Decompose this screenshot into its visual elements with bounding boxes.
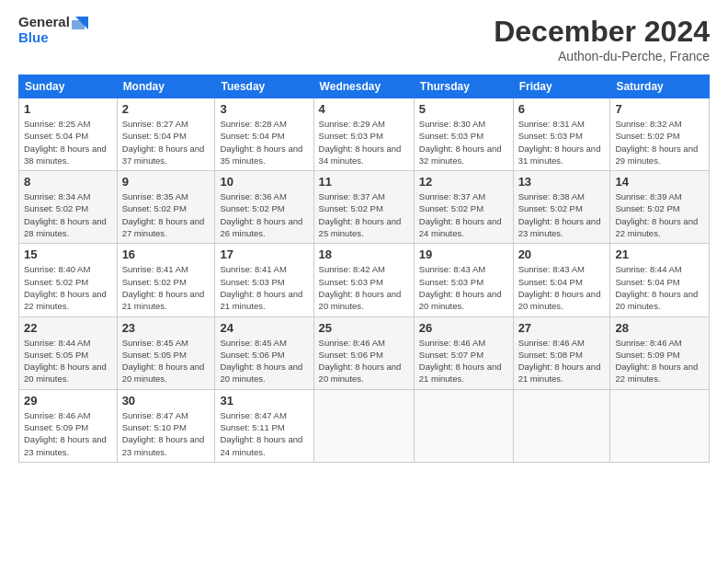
day-number: 26 — [419, 321, 508, 335]
day-info: Sunrise: 8:34 AM Sunset: 5:02 PM Dayligh… — [24, 190, 112, 239]
col-header-monday: Monday — [117, 75, 215, 98]
day-info: Sunrise: 8:39 AM Sunset: 5:02 PM Dayligh… — [615, 190, 704, 239]
day-info: Sunrise: 8:45 AM Sunset: 5:05 PM Dayligh… — [122, 337, 210, 385]
calendar-table: SundayMondayTuesdayWednesdayThursdayFrid… — [18, 75, 710, 463]
day-info: Sunrise: 8:46 AM Sunset: 5:09 PM Dayligh… — [24, 409, 112, 458]
svg-marker-1 — [72, 20, 85, 29]
day-info: Sunrise: 8:30 AM Sunset: 5:03 PM Dayligh… — [419, 118, 508, 167]
page: General Blue December 2024 Authon-du-Per… — [0, 0, 728, 477]
day-cell: 2 Sunrise: 8:27 AM Sunset: 5:04 PM Dayli… — [117, 98, 215, 171]
location: Authon-du-Perche, France — [494, 49, 710, 63]
week-row-5: 29 Sunrise: 8:46 AM Sunset: 5:09 PM Dayl… — [19, 389, 710, 462]
day-info: Sunrise: 8:42 AM Sunset: 5:03 PM Dayligh… — [319, 263, 409, 312]
day-number: 10 — [220, 175, 308, 189]
day-cell: 1 Sunrise: 8:25 AM Sunset: 5:04 PM Dayli… — [19, 98, 118, 171]
day-info: Sunrise: 8:37 AM Sunset: 5:02 PM Dayligh… — [419, 190, 508, 239]
day-info: Sunrise: 8:47 AM Sunset: 5:10 PM Dayligh… — [122, 409, 210, 458]
day-info: Sunrise: 8:35 AM Sunset: 5:02 PM Dayligh… — [122, 190, 210, 239]
calendar-header-row: SundayMondayTuesdayWednesdayThursdayFrid… — [19, 75, 710, 98]
col-header-wednesday: Wednesday — [313, 75, 414, 98]
day-cell: 5 Sunrise: 8:30 AM Sunset: 5:03 PM Dayli… — [414, 98, 513, 171]
day-number: 18 — [319, 247, 409, 261]
day-info: Sunrise: 8:28 AM Sunset: 5:04 PM Dayligh… — [220, 118, 308, 167]
day-number: 30 — [122, 394, 210, 408]
calendar-body: 1 Sunrise: 8:25 AM Sunset: 5:04 PM Dayli… — [19, 98, 710, 463]
day-number: 11 — [319, 175, 409, 189]
day-number: 16 — [122, 247, 210, 261]
title-block: December 2024 Authon-du-Perche, France — [494, 15, 710, 63]
day-number: 23 — [122, 321, 210, 335]
day-number: 28 — [615, 321, 704, 335]
day-cell: 28 Sunrise: 8:46 AM Sunset: 5:09 PM Dayl… — [610, 316, 710, 389]
day-info: Sunrise: 8:46 AM Sunset: 5:06 PM Dayligh… — [319, 337, 409, 385]
day-info: Sunrise: 8:40 AM Sunset: 5:02 PM Dayligh… — [24, 263, 112, 312]
day-number: 29 — [24, 394, 112, 408]
day-number: 9 — [122, 175, 210, 189]
day-cell: 10 Sunrise: 8:36 AM Sunset: 5:02 PM Dayl… — [215, 171, 313, 244]
day-cell: 26 Sunrise: 8:46 AM Sunset: 5:07 PM Dayl… — [414, 316, 513, 389]
day-info: Sunrise: 8:32 AM Sunset: 5:02 PM Dayligh… — [615, 118, 704, 167]
col-header-tuesday: Tuesday — [215, 75, 313, 98]
col-header-sunday: Sunday — [19, 75, 118, 98]
day-cell: 11 Sunrise: 8:37 AM Sunset: 5:02 PM Dayl… — [313, 171, 414, 244]
day-cell — [414, 389, 513, 462]
day-number: 20 — [518, 247, 606, 261]
day-number: 4 — [319, 102, 409, 116]
day-number: 22 — [24, 321, 112, 335]
day-info: Sunrise: 8:44 AM Sunset: 5:04 PM Dayligh… — [615, 263, 704, 312]
day-cell: 21 Sunrise: 8:44 AM Sunset: 5:04 PM Dayl… — [610, 244, 710, 316]
day-info: Sunrise: 8:46 AM Sunset: 5:08 PM Dayligh… — [518, 337, 606, 385]
day-number: 21 — [615, 247, 704, 261]
day-number: 19 — [419, 247, 508, 261]
logo: General Blue — [18, 15, 88, 45]
day-number: 6 — [518, 102, 606, 116]
day-info: Sunrise: 8:31 AM Sunset: 5:03 PM Dayligh… — [518, 118, 606, 167]
day-cell: 22 Sunrise: 8:44 AM Sunset: 5:05 PM Dayl… — [19, 316, 118, 389]
day-cell: 24 Sunrise: 8:45 AM Sunset: 5:06 PM Dayl… — [215, 316, 313, 389]
day-cell: 12 Sunrise: 8:37 AM Sunset: 5:02 PM Dayl… — [414, 171, 513, 244]
day-info: Sunrise: 8:47 AM Sunset: 5:11 PM Dayligh… — [220, 409, 308, 458]
day-cell: 9 Sunrise: 8:35 AM Sunset: 5:02 PM Dayli… — [117, 171, 215, 244]
day-number: 7 — [615, 102, 704, 116]
day-info: Sunrise: 8:25 AM Sunset: 5:04 PM Dayligh… — [24, 118, 112, 167]
day-number: 3 — [220, 102, 308, 116]
day-cell: 6 Sunrise: 8:31 AM Sunset: 5:03 PM Dayli… — [513, 98, 610, 171]
day-cell: 25 Sunrise: 8:46 AM Sunset: 5:06 PM Dayl… — [313, 316, 414, 389]
week-row-4: 22 Sunrise: 8:44 AM Sunset: 5:05 PM Dayl… — [19, 316, 710, 389]
day-cell: 20 Sunrise: 8:43 AM Sunset: 5:04 PM Dayl… — [513, 244, 610, 316]
col-header-friday: Friday — [513, 75, 610, 98]
day-cell: 23 Sunrise: 8:45 AM Sunset: 5:05 PM Dayl… — [117, 316, 215, 389]
day-info: Sunrise: 8:43 AM Sunset: 5:04 PM Dayligh… — [518, 263, 606, 312]
day-cell: 4 Sunrise: 8:29 AM Sunset: 5:03 PM Dayli… — [313, 98, 414, 171]
header: General Blue December 2024 Authon-du-Per… — [18, 15, 710, 63]
day-number: 17 — [220, 247, 308, 261]
week-row-2: 8 Sunrise: 8:34 AM Sunset: 5:02 PM Dayli… — [19, 171, 710, 244]
day-cell: 29 Sunrise: 8:46 AM Sunset: 5:09 PM Dayl… — [19, 389, 118, 462]
day-cell: 15 Sunrise: 8:40 AM Sunset: 5:02 PM Dayl… — [19, 244, 118, 316]
day-number: 31 — [220, 394, 308, 408]
day-number: 15 — [24, 247, 112, 261]
day-cell: 17 Sunrise: 8:41 AM Sunset: 5:03 PM Dayl… — [215, 244, 313, 316]
day-cell: 13 Sunrise: 8:38 AM Sunset: 5:02 PM Dayl… — [513, 171, 610, 244]
day-info: Sunrise: 8:38 AM Sunset: 5:02 PM Dayligh… — [518, 190, 606, 239]
day-cell: 8 Sunrise: 8:34 AM Sunset: 5:02 PM Dayli… — [19, 171, 118, 244]
day-info: Sunrise: 8:29 AM Sunset: 5:03 PM Dayligh… — [319, 118, 409, 167]
day-info: Sunrise: 8:41 AM Sunset: 5:03 PM Dayligh… — [220, 263, 308, 312]
day-cell — [513, 389, 610, 462]
day-cell: 30 Sunrise: 8:47 AM Sunset: 5:10 PM Dayl… — [117, 389, 215, 462]
day-number: 12 — [419, 175, 508, 189]
day-cell: 7 Sunrise: 8:32 AM Sunset: 5:02 PM Dayli… — [610, 98, 710, 171]
day-info: Sunrise: 8:36 AM Sunset: 5:02 PM Dayligh… — [220, 190, 308, 239]
week-row-1: 1 Sunrise: 8:25 AM Sunset: 5:04 PM Dayli… — [19, 98, 710, 171]
day-info: Sunrise: 8:46 AM Sunset: 5:09 PM Dayligh… — [615, 337, 704, 385]
day-info: Sunrise: 8:45 AM Sunset: 5:06 PM Dayligh… — [220, 337, 308, 385]
day-number: 14 — [615, 175, 704, 189]
day-info: Sunrise: 8:37 AM Sunset: 5:02 PM Dayligh… — [319, 190, 409, 239]
day-cell: 16 Sunrise: 8:41 AM Sunset: 5:02 PM Dayl… — [117, 244, 215, 316]
day-number: 1 — [24, 102, 112, 116]
day-number: 13 — [518, 175, 606, 189]
day-cell: 18 Sunrise: 8:42 AM Sunset: 5:03 PM Dayl… — [313, 244, 414, 316]
day-cell: 19 Sunrise: 8:43 AM Sunset: 5:03 PM Dayl… — [414, 244, 513, 316]
day-cell: 3 Sunrise: 8:28 AM Sunset: 5:04 PM Dayli… — [215, 98, 313, 171]
day-number: 5 — [419, 102, 508, 116]
